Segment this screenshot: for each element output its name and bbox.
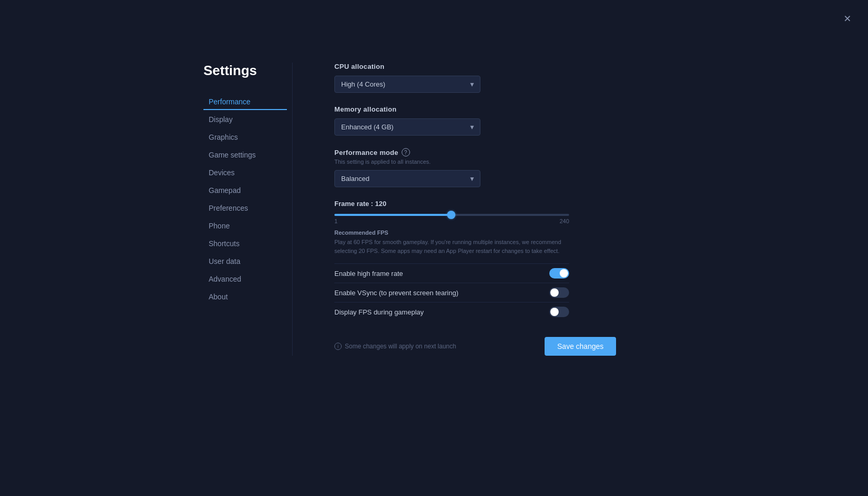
main-content: CPU allocation High (4 Cores) ▼ Memory a… bbox=[314, 63, 574, 356]
sidebar-item-about[interactable]: About bbox=[203, 288, 287, 305]
cpu-dropdown-wrapper: High (4 Cores) ▼ bbox=[334, 76, 480, 93]
sidebar-item-gamepad[interactable]: Gamepad bbox=[203, 182, 287, 199]
footer-note: i Some changes will apply on next launch bbox=[334, 343, 456, 350]
toggle-knob-vsync bbox=[550, 288, 559, 297]
save-changes-button[interactable]: Save changes bbox=[545, 337, 616, 356]
slider-max-label: 240 bbox=[560, 218, 569, 224]
sidebar-item-advanced[interactable]: Advanced bbox=[203, 271, 287, 287]
sidebar-nav: Performance Display Graphics Game settin… bbox=[203, 93, 287, 305]
toggle-vsync[interactable] bbox=[549, 287, 569, 298]
cpu-allocation-section: CPU allocation High (4 Cores) ▼ bbox=[334, 63, 574, 93]
sidebar-item-game-settings[interactable]: Game settings bbox=[203, 147, 287, 163]
sidebar-item-preferences[interactable]: Preferences bbox=[203, 200, 287, 216]
toggle-row-vsync: Enable VSync (to prevent screen tearing) bbox=[334, 283, 569, 302]
frame-rate-label: Frame rate : 120 bbox=[334, 200, 574, 208]
info-icon: i bbox=[334, 343, 342, 350]
sidebar-item-performance[interactable]: Performance bbox=[203, 93, 287, 110]
sidebar-item-phone[interactable]: Phone bbox=[203, 217, 287, 234]
memory-dropdown-wrapper: Enhanced (4 GB) ▼ bbox=[334, 118, 480, 136]
memory-dropdown[interactable]: Enhanced (4 GB) bbox=[334, 118, 480, 136]
performance-mode-help-icon[interactable]: ? bbox=[402, 148, 410, 156]
performance-mode-label-row: Performance mode ? bbox=[334, 148, 574, 156]
sidebar-item-graphics[interactable]: Graphics bbox=[203, 129, 287, 146]
sidebar-item-shortcuts[interactable]: Shortcuts bbox=[203, 235, 287, 252]
recommended-fps-label: Recommended FPS bbox=[334, 229, 574, 236]
cpu-allocation-label: CPU allocation bbox=[334, 63, 574, 70]
memory-allocation-section: Memory allocation Enhanced (4 GB) ▼ bbox=[334, 105, 574, 136]
toggle-high-frame-rate[interactable] bbox=[549, 268, 569, 279]
toggle-row-display-fps: Display FPS during gameplay bbox=[334, 302, 569, 321]
toggle-row-high-frame-rate: Enable high frame rate bbox=[334, 263, 569, 283]
sidebar-divider bbox=[292, 63, 293, 356]
settings-container: Settings Performance Display Graphics Ga… bbox=[203, 63, 574, 356]
toggle-label-high-frame-rate: Enable high frame rate bbox=[334, 270, 403, 277]
performance-mode-dropdown[interactable]: Balanced bbox=[334, 170, 480, 187]
frame-rate-slider[interactable] bbox=[334, 214, 569, 216]
toggle-label-display-fps: Display FPS during gameplay bbox=[334, 308, 424, 316]
footer: i Some changes will apply on next launch… bbox=[334, 337, 616, 356]
page-title: Settings bbox=[203, 63, 292, 79]
performance-mode-section: Performance mode ? This setting is appli… bbox=[334, 148, 574, 187]
sidebar-item-display[interactable]: Display bbox=[203, 111, 287, 128]
sidebar-item-devices[interactable]: Devices bbox=[203, 164, 287, 181]
toggle-display-fps[interactable] bbox=[549, 307, 569, 317]
slider-min-label: 1 bbox=[334, 218, 337, 224]
sidebar: Settings Performance Display Graphics Ga… bbox=[203, 63, 292, 356]
footer-note-text: Some changes will apply on next launch bbox=[345, 343, 456, 350]
cpu-dropdown[interactable]: High (4 Cores) bbox=[334, 76, 480, 93]
toggle-knob-display-fps bbox=[550, 308, 559, 316]
toggles-container: Enable high frame rate Enable VSync (to … bbox=[334, 263, 574, 321]
fps-description: Play at 60 FPS for smooth gameplay. If y… bbox=[334, 238, 569, 255]
sidebar-item-user-data[interactable]: User data bbox=[203, 253, 287, 270]
frame-rate-section: Frame rate : 120 1 240 Recommended FPS P… bbox=[334, 200, 574, 321]
memory-allocation-label: Memory allocation bbox=[334, 105, 574, 113]
close-button[interactable]: ✕ bbox=[839, 10, 855, 27]
performance-mode-dropdown-wrapper: Balanced ▼ bbox=[334, 170, 480, 187]
performance-mode-label: Performance mode bbox=[334, 149, 399, 156]
toggle-label-vsync: Enable VSync (to prevent screen tearing) bbox=[334, 289, 459, 297]
close-icon: ✕ bbox=[843, 13, 851, 25]
performance-mode-subtext: This setting is applied to all instances… bbox=[334, 159, 574, 165]
toggle-knob-high-frame-rate bbox=[560, 269, 568, 277]
